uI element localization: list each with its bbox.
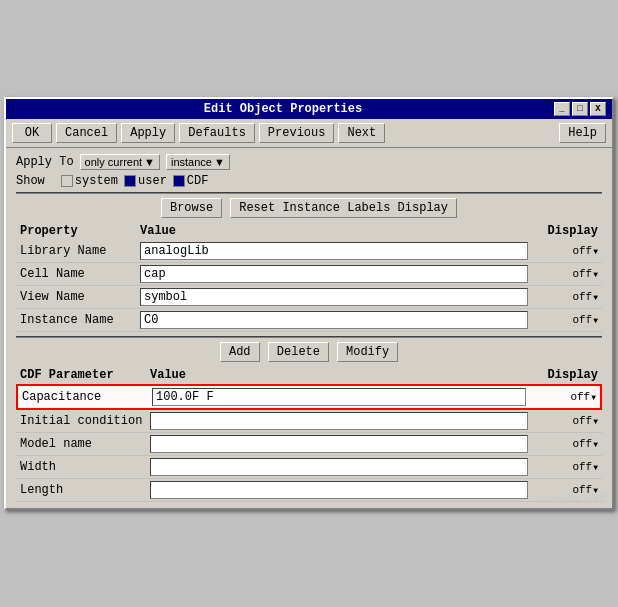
model-display-arrow: ▼ [593, 440, 598, 449]
model-display-off: off [572, 438, 592, 450]
edit-object-properties-window: Edit Object Properties _ □ X OK Cancel A… [4, 97, 614, 510]
disp-header: Display [528, 224, 598, 238]
capacitance-display-dropdown[interactable]: off ▼ [526, 391, 596, 403]
user-label: user [138, 174, 167, 188]
view-display-dropdown[interactable]: off ▼ [528, 291, 598, 303]
table-row: Cell Name off ▼ [16, 263, 602, 286]
cdf-val-header: Value [150, 368, 528, 382]
window-controls: _ □ X [554, 102, 606, 116]
cdf-table-header: CDF Parameter Value Display [16, 366, 602, 384]
separator-2 [16, 336, 602, 338]
initial-display-off: off [572, 415, 592, 427]
user-checkbox[interactable] [124, 175, 136, 187]
next-button[interactable]: Next [338, 123, 385, 143]
apply-to-label: Apply To [16, 155, 74, 169]
length-input[interactable] [150, 481, 528, 499]
initial-display-dropdown[interactable]: off ▼ [528, 415, 598, 427]
initial-condition-input[interactable] [150, 412, 528, 430]
cdf-width-label: Width [20, 460, 150, 474]
prop-instance-name: Instance Name [20, 313, 140, 327]
cdf-capacitance-label: Capacitance [22, 390, 152, 404]
instance-arrow: ▼ [214, 156, 225, 168]
width-display-arrow: ▼ [593, 463, 598, 472]
title-bar: Edit Object Properties _ □ X [6, 99, 612, 119]
help-button[interactable]: Help [559, 123, 606, 143]
defaults-button[interactable]: Defaults [179, 123, 255, 143]
maximize-button[interactable]: □ [572, 102, 588, 116]
instance-label: instance [171, 156, 212, 168]
show-row: Show system user CDF [16, 174, 602, 188]
library-name-input[interactable] [140, 242, 528, 260]
browse-reset-row: Browse Reset Instance Labels Display [16, 198, 602, 218]
toolbar: OK Cancel Apply Defaults Previous Next H… [6, 119, 612, 148]
prop-header: Property [20, 224, 140, 238]
table-row: Library Name off ▼ [16, 240, 602, 263]
cell-name-input[interactable] [140, 265, 528, 283]
system-checkbox[interactable] [61, 175, 73, 187]
cdf-row-capacitance: Capacitance off ▼ [16, 384, 602, 410]
instance-display-arrow: ▼ [593, 316, 598, 325]
property-table-header: Property Value Display [16, 222, 602, 240]
previous-button[interactable]: Previous [259, 123, 335, 143]
user-checkbox-item[interactable]: user [124, 174, 167, 188]
capacitance-input[interactable] [152, 388, 526, 406]
cdf-row-initial: Initial condition off ▼ [16, 410, 602, 433]
only-current-label: only current [85, 156, 142, 168]
modify-button[interactable]: Modify [337, 342, 398, 362]
minimize-button[interactable]: _ [554, 102, 570, 116]
cdf-label: CDF [187, 174, 209, 188]
cdf-row-length: Length off ▼ [16, 479, 602, 502]
view-display-off: off [572, 291, 592, 303]
cancel-button[interactable]: Cancel [56, 123, 117, 143]
table-row: View Name off ▼ [16, 286, 602, 309]
width-input[interactable] [150, 458, 528, 476]
instance-name-input[interactable] [140, 311, 528, 329]
only-current-arrow: ▼ [144, 156, 155, 168]
reset-button[interactable]: Reset Instance Labels Display [230, 198, 457, 218]
delete-button[interactable]: Delete [268, 342, 329, 362]
ok-button[interactable]: OK [12, 123, 52, 143]
add-button[interactable]: Add [220, 342, 260, 362]
cdf-param-header: CDF Parameter [20, 368, 150, 382]
show-label: Show [16, 174, 45, 188]
apply-to-row: Apply To only current ▼ instance ▼ [16, 154, 602, 170]
window-title: Edit Object Properties [12, 102, 554, 116]
prop-cell-name: Cell Name [20, 267, 140, 281]
cdf-row-model: Model name off ▼ [16, 433, 602, 456]
instance-display-dropdown[interactable]: off ▼ [528, 314, 598, 326]
prop-library-name: Library Name [20, 244, 140, 258]
model-name-input[interactable] [150, 435, 528, 453]
cdf-initial-label: Initial condition [20, 414, 150, 428]
apply-button[interactable]: Apply [121, 123, 175, 143]
only-current-dropdown[interactable]: only current ▼ [80, 154, 160, 170]
cell-display-dropdown[interactable]: off ▼ [528, 268, 598, 280]
model-display-dropdown[interactable]: off ▼ [528, 438, 598, 450]
table-row: Instance Name off ▼ [16, 309, 602, 332]
add-delete-modify-row: Add Delete Modify [16, 342, 602, 362]
system-label: system [75, 174, 118, 188]
cell-display-off: off [572, 268, 592, 280]
browse-button[interactable]: Browse [161, 198, 222, 218]
toolbar-left: OK Cancel Apply Defaults Previous Next [12, 123, 385, 143]
cdf-row-width: Width off ▼ [16, 456, 602, 479]
cdf-checkbox-item[interactable]: CDF [173, 174, 209, 188]
capacitance-display-off: off [570, 391, 590, 403]
separator-1 [16, 192, 602, 194]
instance-dropdown[interactable]: instance ▼ [166, 154, 230, 170]
show-checkboxes: system user CDF [61, 174, 209, 188]
cdf-length-label: Length [20, 483, 150, 497]
val-header: Value [140, 224, 528, 238]
width-display-off: off [572, 461, 592, 473]
library-display-off: off [572, 245, 592, 257]
cdf-disp-header: Display [528, 368, 598, 382]
library-display-arrow: ▼ [593, 247, 598, 256]
cdf-checkbox[interactable] [173, 175, 185, 187]
cdf-model-label: Model name [20, 437, 150, 451]
system-checkbox-item[interactable]: system [61, 174, 118, 188]
library-display-dropdown[interactable]: off ▼ [528, 245, 598, 257]
watermark: CSDN@林清海笙 [540, 492, 610, 506]
view-name-input[interactable] [140, 288, 528, 306]
initial-display-arrow: ▼ [593, 417, 598, 426]
width-display-dropdown[interactable]: off ▼ [528, 461, 598, 473]
close-button[interactable]: X [590, 102, 606, 116]
